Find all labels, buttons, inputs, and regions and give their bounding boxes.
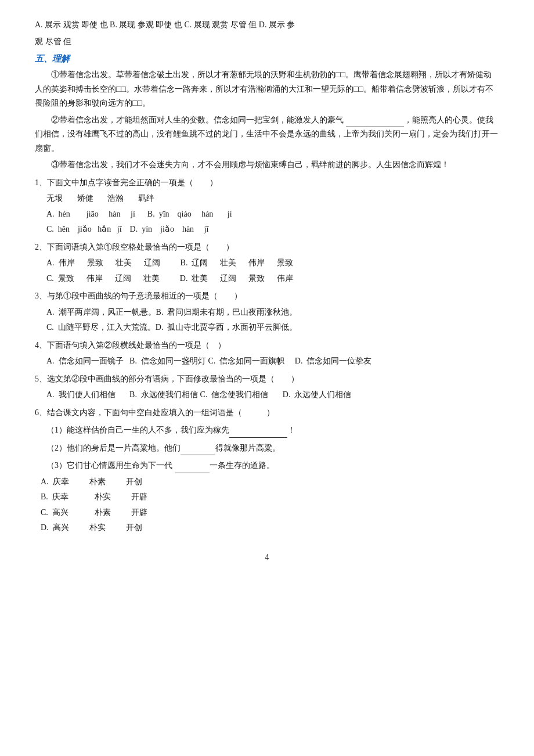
question6: 6、结合课文内容，下面句中空白处应填入的一组词语是（ ） （1）能这样估价自己一… bbox=[35, 406, 499, 535]
q2-optionAB: A. 伟岸 景致 壮美 辽阔 B. 辽阔 壮美 伟岸 景致 bbox=[46, 256, 499, 271]
q1-optionC: C. hěn jiǎo hǎn jī D. yín jiǎo hàn jī bbox=[46, 222, 499, 237]
q6-optionB: B. 庆幸 朴实 开辟 bbox=[41, 490, 499, 505]
top-option-line1: A. 展示 观赏 即使 也 B. 展现 参观 即使 也 C. 展现 观赏 尽管 … bbox=[35, 17, 499, 32]
blank-q6-3 bbox=[175, 473, 210, 473]
q2-optionCD: C. 景致 伟岸 辽阔 壮美 D. 壮美 辽阔 景致 伟岸 bbox=[46, 272, 499, 286]
question2: 2、下面词语填入第①段空格处最恰当的一项是（ ） A. 伟岸 景致 壮美 辽阔 … bbox=[35, 240, 499, 286]
q6-optionD: D. 高兴 朴实 开创 bbox=[41, 521, 499, 535]
blank-q6-2 bbox=[181, 455, 215, 455]
top-option-line2: 观 尽管 但 bbox=[35, 34, 499, 49]
q1-sub: 无垠 矫健 浩瀚 羁绊 bbox=[46, 192, 499, 206]
q5-text: 5、选文第②段中画曲线的部分有语病，下面修改最恰当的一项是（ ） bbox=[35, 372, 499, 387]
q3-optionAB: A. 潮平两岸阔，风正一帆悬。B. 君问归期未有期，巴山夜雨涨秋池。 bbox=[46, 305, 499, 320]
question4: 4、下面语句填入第②段横线处最恰当的一项是（ ） A. 信念如同一面镜子 B. … bbox=[35, 339, 499, 369]
blank-q6-1 bbox=[229, 437, 287, 438]
section5: 五、理解 ①带着信念出发。草带着信念破土出发，所以才有葱郁无垠的沃野和生机勃勃的… bbox=[35, 53, 499, 535]
q6-fill2: （2）他们的身后是一片高粱地。他们得就像那片高粱。 bbox=[46, 441, 499, 456]
paragraph2: ②带着信念出发，才能坦然面对人生的变数。信念如同一把宝剑，能激发人的豪气 ，能照… bbox=[35, 113, 499, 156]
q6-optionC: C. 高兴 朴素 开辟 bbox=[41, 506, 499, 520]
q4-options: A. 信念如同一面镜子 B. 信念如同一盏明灯 C. 信念如同一面旗帜 D. 信… bbox=[46, 354, 499, 369]
q2-text: 2、下面词语填入第①段空格处最恰当的一项是（ ） bbox=[35, 240, 499, 255]
q1-optionA: A. hén jiāo hàn jì B. yīn qiáo hán jí bbox=[46, 207, 499, 222]
question3: 3、与第①段中画曲线的句子意境最相近的一项是（ ） A. 潮平两岸阔，风正一帆悬… bbox=[35, 289, 499, 335]
page-number: 4 bbox=[35, 553, 499, 562]
question1: 1、下面文中加点字读音完全正确的一项是（ ） 无垠 矫健 浩瀚 羁绊 A. hé… bbox=[35, 176, 499, 237]
paragraph3: ③带着信念出发，我们才不会迷失方向，才不会用顾虑与烦恼束缚自己，羁绊前进的脚步。… bbox=[35, 158, 499, 172]
blank-p2 bbox=[346, 127, 404, 127]
q6-fill3: （3）它们甘心情愿用生命为下一代 一条生存的道路。 bbox=[46, 459, 499, 473]
paragraph1: ①带着信念出发。草带着信念破土出发，所以才有葱郁无垠的沃野和生机勃勃的□□。鹰带… bbox=[35, 68, 499, 111]
section5-title: 五、理解 bbox=[35, 53, 499, 64]
q6-text: 6、结合课文内容，下面句中空白处应填入的一组词语是（ ） bbox=[35, 406, 499, 420]
question5: 5、选文第②段中画曲线的部分有语病，下面修改最恰当的一项是（ ） A. 我们使人… bbox=[35, 372, 499, 402]
q6-optionA: A. 庆幸 朴素 开创 bbox=[41, 475, 499, 489]
q4-text: 4、下面语句填入第②段横线处最恰当的一项是（ ） bbox=[35, 339, 499, 353]
q1-text: 1、下面文中加点字读音完全正确的一项是（ ） bbox=[35, 176, 499, 190]
q3-optionCD: C. 山随平野尽，江入大荒流。D. 孤山寺北贾亭西，水面初平云脚低。 bbox=[46, 321, 499, 335]
q3-text: 3、与第①段中画曲线的句子意境最相近的一项是（ ） bbox=[35, 289, 499, 304]
q6-fill1: （1）能这样估价自己一生的人不多，我们应为稼先！ bbox=[46, 423, 499, 438]
q5-options: A. 我们使人们相信 B. 永远使我们相信 C. 信念使我们相信 D. 永远使人… bbox=[46, 388, 499, 402]
